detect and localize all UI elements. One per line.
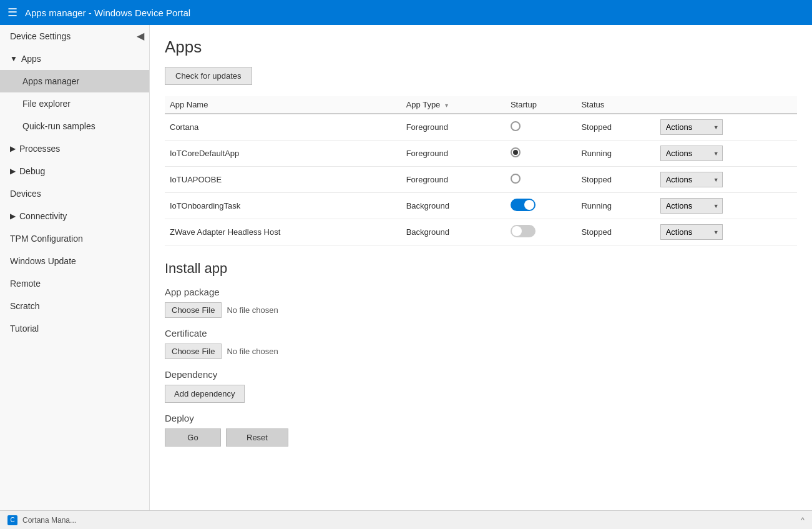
sidebar-item-quick-run[interactable]: Quick-run samples [0,115,149,137]
table-row: IoTUAPOOBEForegroundStoppedActions [165,167,797,193]
certificate-row: Choose File No file chosen [165,344,797,359]
actions-cell[interactable]: Actions [655,167,797,193]
actions-dropdown[interactable]: Actions [660,119,723,135]
reset-button[interactable]: Reset [226,428,288,447]
app-name-cell: IoTUAPOOBE [165,167,401,193]
sidebar-item-label: Scratch [10,301,39,311]
actions-cell[interactable]: Actions [655,193,797,219]
radio-empty[interactable] [511,121,521,131]
install-app-title: Install app [165,260,797,277]
certificate-no-file: No file chosen [227,347,278,356]
sidebar-item-label: File explorer [22,99,71,109]
sidebar-item-debug[interactable]: ▶Debug [0,160,149,182]
status-cell: Stopped [576,167,655,193]
statusbar-text: Cortana Mana... [22,516,76,525]
actions-dropdown[interactable]: Actions [660,198,723,214]
sidebar-collapse-button[interactable]: ◀ [137,30,144,42]
app-name-cell: ZWave Adapter Headless Host [165,219,401,245]
certificate-choose-file[interactable]: Choose File [165,344,222,359]
sidebar-item-apps[interactable]: ▼Apps [0,47,149,70]
arrow-icon: ▶ [10,167,16,176]
app-package-no-file: No file chosen [227,305,278,315]
col-actions [655,96,797,114]
actions-cell[interactable]: Actions [655,141,797,167]
startup-cell[interactable] [506,193,576,219]
table-header-row: App Name App Type ▾ Startup Status [165,96,797,114]
col-app-name: App Name [165,96,401,114]
sidebar-item-label: Connectivity [19,211,67,221]
actions-wrapper[interactable]: Actions [660,172,723,187]
deploy-row: Go Reset [165,428,797,447]
topbar: ☰ Apps manager - Windows Device Portal [0,0,812,25]
toggle-off[interactable] [511,225,536,237]
sidebar-item-devices[interactable]: Devices [0,182,149,205]
radio-filled[interactable] [511,147,521,157]
app-type-cell: Foreground [401,114,506,141]
startup-cell[interactable] [506,167,576,193]
startup-cell[interactable] [506,141,576,167]
sidebar: ◀ Device Settings▼AppsApps managerFile e… [0,25,150,529]
app-name-cell: Cortana [165,114,401,141]
actions-dropdown[interactable]: Actions [660,146,723,161]
certificate-label: Certificate [165,328,797,339]
sidebar-item-label: Windows Update [10,256,76,266]
statusbar-chevron[interactable]: ^ [801,516,805,525]
status-cell: Running [576,193,655,219]
sidebar-item-label: Remote [10,279,41,289]
sidebar-item-tpm-config[interactable]: TPM Configuration [0,227,149,250]
sidebar-item-label: Device Settings [10,31,71,41]
sidebar-item-label: Devices [10,189,41,199]
topbar-title: Apps manager - Windows Device Portal [25,7,190,18]
sidebar-item-label: Apps manager [22,76,79,86]
sidebar-item-processes[interactable]: ▶Processes [0,137,149,160]
check-updates-button[interactable]: Check for updates [165,67,252,85]
go-button[interactable]: Go [165,428,221,447]
app-type-cell: Foreground [401,141,506,167]
startup-cell[interactable] [506,219,576,245]
app-package-label: App package [165,287,797,297]
apps-table: App Name App Type ▾ Startup Status Corta… [165,96,797,245]
app-name-cell: IoTCoreDefaultApp [165,141,401,167]
page-title: Apps [165,37,797,57]
actions-wrapper[interactable]: Actions [660,119,723,135]
actions-dropdown[interactable]: Actions [660,172,723,187]
main-content: Apps Check for updates App Name App Type… [150,25,812,529]
arrow-icon: ▶ [10,144,16,153]
toggle-knob [512,226,522,236]
startup-cell[interactable] [506,114,576,141]
statusbar-icon: C [7,515,17,525]
sidebar-item-windows-update[interactable]: Windows Update [0,250,149,272]
actions-cell[interactable]: Actions [655,219,797,245]
sidebar-item-apps-manager[interactable]: Apps manager [0,70,149,92]
toggle-on[interactable] [511,199,536,211]
add-dependency-button[interactable]: Add dependency [165,385,245,403]
sidebar-item-tutorial[interactable]: Tutorial [0,317,149,340]
sidebar-item-device-settings[interactable]: Device Settings [0,25,149,47]
actions-wrapper[interactable]: Actions [660,198,723,214]
apps-table-body: CortanaForegroundStoppedActionsIoTCoreDe… [165,114,797,245]
sidebar-item-scratch[interactable]: Scratch [0,295,149,317]
table-row: IoTCoreDefaultAppForegroundRunningAction… [165,141,797,167]
actions-cell[interactable]: Actions [655,114,797,141]
sidebar-item-connectivity[interactable]: ▶Connectivity [0,205,149,227]
app-package-choose-file[interactable]: Choose File [165,302,222,318]
hamburger-icon[interactable]: ☰ [7,6,17,19]
sidebar-item-label: Quick-run samples [22,121,95,131]
sidebar-item-remote[interactable]: Remote [0,272,149,295]
deploy-label: Deploy [165,413,797,423]
arrow-icon: ▼ [10,54,17,63]
app-layout: ◀ Device Settings▼AppsApps managerFile e… [0,25,812,529]
sidebar-item-file-explorer[interactable]: File explorer [0,92,149,115]
dependency-label: Dependency [165,369,797,380]
col-startup: Startup [506,96,576,114]
app-type-cell: Background [401,219,506,245]
col-status: Status [576,96,655,114]
radio-empty[interactable] [511,174,521,184]
sidebar-item-label: Apps [21,54,41,64]
statusbar: C Cortana Mana... ^ [0,510,812,529]
actions-dropdown[interactable]: Actions [660,224,723,240]
actions-wrapper[interactable]: Actions [660,224,723,240]
status-cell: Stopped [576,114,655,141]
actions-wrapper[interactable]: Actions [660,146,723,161]
arrow-icon: ▶ [10,212,16,220]
